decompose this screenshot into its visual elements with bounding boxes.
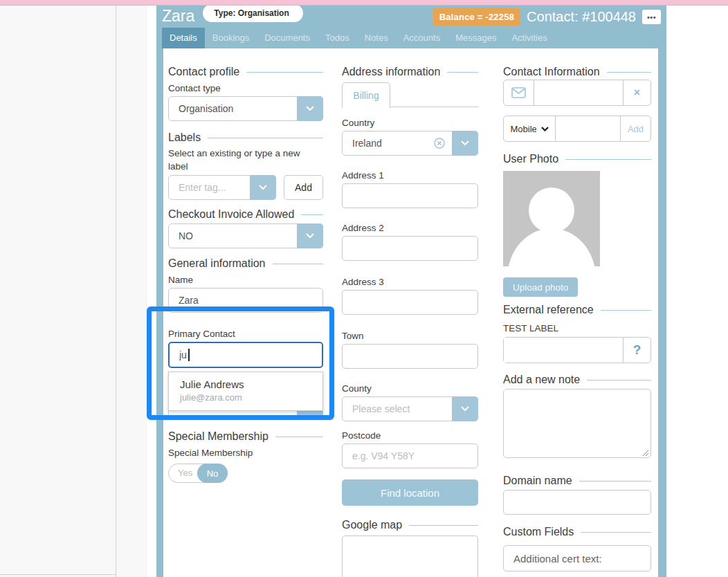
address-tabs: Billing bbox=[342, 82, 478, 107]
tab-activities[interactable]: Activities bbox=[504, 28, 554, 48]
suggestion-email: julie@zara.com bbox=[180, 392, 311, 404]
test-label: TEST LABEL bbox=[503, 323, 651, 333]
phone-input[interactable] bbox=[556, 116, 620, 141]
clear-country-button[interactable] bbox=[434, 138, 445, 152]
chevron-down-icon bbox=[259, 185, 267, 190]
suggestion-item[interactable]: Julie Andrews julie@zara.com bbox=[169, 372, 322, 410]
remove-email-button[interactable]: × bbox=[623, 80, 650, 105]
primary-contact-suggestions: Julie Andrews julie@zara.com bbox=[168, 372, 323, 411]
select-caret-icon bbox=[541, 127, 549, 131]
user-photo-placeholder bbox=[503, 171, 600, 266]
help-button[interactable]: ? bbox=[623, 338, 650, 363]
contact-type-select-button[interactable] bbox=[297, 96, 323, 121]
email-input[interactable] bbox=[534, 80, 623, 105]
external-ref-input[interactable] bbox=[504, 338, 623, 363]
primary-contact-label: Primary Contact bbox=[168, 329, 323, 339]
contact-type-badge: Type: Organisation bbox=[203, 4, 302, 22]
tab-bookings[interactable]: Bookings bbox=[205, 28, 257, 48]
person-silhouette-icon bbox=[503, 171, 600, 266]
clear-x-icon: × bbox=[634, 86, 640, 99]
section-special-membership: Special Membership bbox=[168, 430, 323, 443]
toggle-option-no[interactable]: No bbox=[197, 464, 228, 483]
details-content: Contact profile Contact type Organisatio… bbox=[163, 48, 658, 577]
postcode-label: Postcode bbox=[342, 431, 478, 441]
section-external-reference: External reference bbox=[503, 304, 651, 316]
custom-field-box[interactable]: Additional cert text: bbox=[503, 545, 651, 571]
tab-documents[interactable]: Documents bbox=[257, 28, 318, 48]
find-location-button[interactable]: Find location bbox=[342, 479, 478, 506]
contact-name-title: Zara bbox=[162, 6, 194, 26]
add-phone-button[interactable]: Add bbox=[620, 116, 650, 141]
labels-helper-text: Select an existing or type a new label bbox=[168, 147, 313, 173]
address1-label: Address 1 bbox=[342, 171, 478, 181]
section-add-note: Add a new note bbox=[503, 374, 651, 386]
country-select[interactable]: Ireland bbox=[342, 131, 478, 156]
tab-messages[interactable]: Messages bbox=[448, 28, 504, 48]
address3-input[interactable] bbox=[342, 290, 478, 315]
domain-name-input[interactable] bbox=[503, 490, 651, 515]
section-contact-information: Contact Information bbox=[503, 66, 651, 78]
county-select-button[interactable] bbox=[452, 396, 478, 421]
tab-details[interactable]: Details bbox=[162, 28, 205, 48]
country-select-button[interactable] bbox=[452, 131, 478, 156]
name-label: Name bbox=[168, 275, 323, 285]
section-checkout-invoice: Checkout Invoice Allowed bbox=[168, 208, 323, 221]
town-label: Town bbox=[342, 331, 478, 341]
address1-input[interactable] bbox=[342, 183, 478, 208]
county-select[interactable]: Please select bbox=[342, 396, 478, 421]
address2-input[interactable] bbox=[342, 236, 478, 261]
envelope-icon bbox=[511, 87, 526, 98]
email-type-button[interactable] bbox=[504, 80, 534, 105]
chevron-down-icon bbox=[461, 140, 469, 146]
clear-circle-icon bbox=[434, 138, 445, 149]
tab-notes[interactable]: Notes bbox=[357, 28, 396, 48]
tab-accounts[interactable]: Accounts bbox=[396, 28, 448, 48]
contact-type-label: Contact type bbox=[168, 84, 323, 93]
special-membership-label: Special Membership bbox=[168, 448, 323, 458]
contact-id: Contact: #100448 bbox=[527, 9, 636, 25]
text-cursor bbox=[188, 349, 190, 361]
tab-billing[interactable]: Billing bbox=[342, 82, 390, 108]
sidebar-divider bbox=[116, 6, 116, 577]
contact-panel: Zara Type: Organisation Balance = -22258… bbox=[156, 6, 666, 577]
phone-field-group: Mobile Add bbox=[503, 116, 651, 142]
top-pink-bar bbox=[0, 0, 728, 6]
special-membership-toggle[interactable]: Yes No bbox=[168, 464, 228, 483]
left-sidebar bbox=[0, 6, 147, 577]
balance-badge: Balance = -22258 bbox=[433, 8, 520, 26]
section-general-information: General information bbox=[168, 257, 323, 270]
primary-contact-input[interactable] bbox=[168, 342, 323, 368]
section-custom-fields: Custom Fields bbox=[503, 526, 651, 538]
address3-label: Address 3 bbox=[342, 277, 478, 287]
add-label-button[interactable]: Add bbox=[284, 175, 323, 200]
more-dots-icon: ••• bbox=[647, 13, 656, 21]
note-textarea[interactable] bbox=[503, 389, 651, 458]
checkout-invoice-select-button[interactable] bbox=[297, 223, 323, 248]
upload-photo-button[interactable]: Upload photo bbox=[503, 277, 578, 297]
contact-type-select[interactable]: Organisation bbox=[168, 96, 323, 121]
name-input[interactable] bbox=[168, 288, 323, 313]
town-input[interactable] bbox=[342, 344, 478, 369]
email-field-group: × bbox=[503, 80, 651, 106]
resize-handle-icon[interactable] bbox=[642, 450, 649, 457]
postcode-input[interactable] bbox=[342, 443, 478, 468]
tag-select[interactable] bbox=[168, 175, 276, 200]
google-map-container bbox=[342, 535, 478, 577]
phone-type-select[interactable]: Mobile bbox=[504, 116, 556, 141]
tag-select-button[interactable] bbox=[250, 175, 276, 200]
more-actions-button[interactable]: ••• bbox=[642, 10, 661, 24]
checkout-invoice-select[interactable]: NO bbox=[168, 223, 323, 248]
tab-bar: DetailsBookingsDocumentsTodosNotesAccoun… bbox=[156, 28, 666, 48]
custom-field-text: Additional cert text: bbox=[513, 553, 602, 565]
toggle-option-yes[interactable]: Yes bbox=[178, 464, 192, 482]
tab-todos[interactable]: Todos bbox=[318, 28, 357, 48]
chevron-down-icon bbox=[306, 106, 314, 111]
section-contact-profile: Contact profile bbox=[168, 66, 323, 78]
chevron-down-icon bbox=[461, 406, 469, 412]
country-label: Country bbox=[342, 118, 478, 128]
suggestion-name: Julie Andrews bbox=[180, 378, 311, 392]
question-mark-icon: ? bbox=[633, 342, 641, 358]
county-label: County bbox=[342, 384, 478, 394]
address2-label: Address 2 bbox=[342, 223, 478, 233]
section-google-map: Google map bbox=[342, 519, 478, 531]
